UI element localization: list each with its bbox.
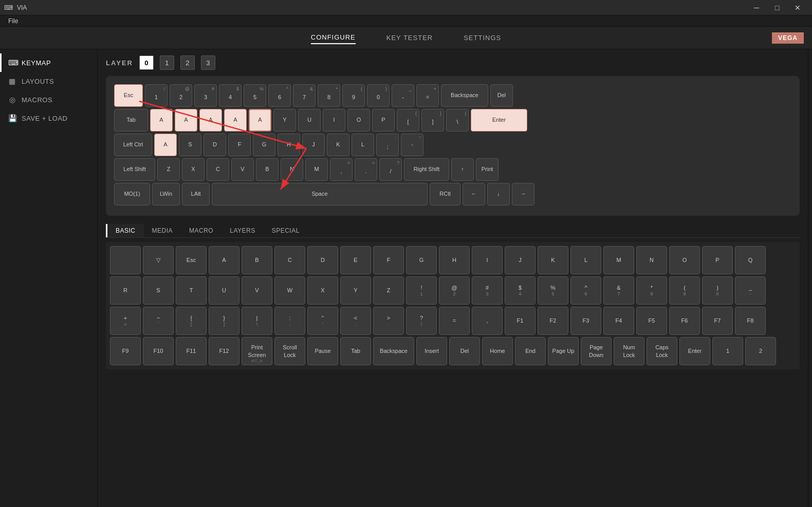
picker-key-trns[interactable]: ▽ [143,246,174,274]
key-0[interactable]: ) 0 [367,84,390,107]
picker-key-y[interactable]: Y [340,276,371,305]
key-o[interactable]: O [347,109,370,132]
sidebar-item-macros[interactable]: ◎ MACROS [0,90,97,109]
key-x[interactable]: X [182,158,205,181]
picker-key-e[interactable]: E [340,246,371,274]
key-left-ctrl[interactable]: Left Ctrl [114,134,152,156]
picker-key-t[interactable]: T [176,276,207,305]
picker-key-p[interactable]: P [702,246,733,274]
picker-key-rcurly[interactable]: }] [209,307,239,335]
key-period[interactable]: > . [355,158,377,181]
picker-key-m[interactable]: M [603,246,634,274]
picker-key-i[interactable]: I [472,246,503,274]
key-6[interactable]: ^ 6 [268,84,291,107]
key-2[interactable]: @ 2 [170,84,192,107]
menu-file[interactable]: File [4,16,22,26]
picker-key-f9[interactable]: F9 [110,337,141,365]
key-lbracket[interactable]: { [ [397,109,419,132]
key-5[interactable]: % 5 [244,84,266,107]
sidebar-item-keymap[interactable]: ⌨ KEYMAP [0,53,97,72]
key-j[interactable]: J [302,134,325,156]
key-w[interactable]: A [175,109,197,132]
key-1[interactable]: ! 1 [145,84,168,107]
picker-key-f[interactable]: F [373,246,404,274]
key-b[interactable]: B [256,158,279,181]
picker-key-end[interactable]: End [515,337,546,365]
picker-key-f6[interactable]: F6 [669,307,700,335]
picker-key-empty[interactable] [110,246,141,274]
key-del[interactable]: Del [490,84,513,107]
picker-key-backspace[interactable]: Backspace [373,337,414,365]
picker-key-dollar[interactable]: $4 [505,276,536,305]
key-equal[interactable]: + = [416,84,439,107]
picker-key-x[interactable]: X [307,276,338,305]
key-rbracket[interactable]: } ] [421,109,444,132]
picker-key-j[interactable]: J [505,246,536,274]
key-h[interactable]: H [278,134,300,156]
kp-tab-layers[interactable]: LAYERS [222,224,263,237]
key-right[interactable]: → [512,183,534,205]
key-left-shift[interactable]: Left Shift [114,158,155,181]
picker-key-f2[interactable]: F2 [538,307,568,335]
picker-key-percent[interactable]: %5 [538,276,568,305]
picker-key-plus[interactable]: += [110,307,141,335]
picker-key-l[interactable]: L [570,246,601,274]
key-q[interactable]: A [150,109,173,132]
picker-key-f3[interactable]: F3 [570,307,601,335]
key-left[interactable]: ← [463,183,485,205]
key-c[interactable]: C [207,158,229,181]
picker-key-esc[interactable]: Esc [176,246,207,274]
picker-key-qmark[interactable]: ?/ [406,307,437,335]
key-t[interactable]: A [249,109,271,132]
tab-settings[interactable]: SETTINGS [464,32,501,44]
picker-key-colon[interactable]: :; [274,307,305,335]
picker-key-f10[interactable]: F10 [143,337,174,365]
key-enter[interactable]: Enter [471,109,527,132]
picker-key-dquote[interactable]: "' [307,307,338,335]
sidebar-item-layouts[interactable]: ▦ LAYOUTS [0,72,97,90]
picker-key-caret[interactable]: ^6 [570,276,601,305]
picker-key-f7[interactable]: F7 [702,307,733,335]
picker-key-c[interactable]: C [274,246,305,274]
key-i[interactable]: I [323,109,345,132]
picker-key-f5[interactable]: F5 [636,307,667,335]
tab-key-tester[interactable]: KEY TESTER [386,32,433,44]
picker-key-enter[interactable]: Enter [679,337,710,365]
picker-key-insert[interactable]: Insert [416,337,447,365]
picker-key-under[interactable]: _- [735,276,766,305]
picker-key-scroll-lock[interactable]: ScrollLock [274,337,305,365]
picker-key-lparen[interactable]: (9 [669,276,700,305]
key-n[interactable]: N [281,158,303,181]
picker-key-g[interactable]: G [406,246,437,274]
key-3[interactable]: # 3 [194,84,217,107]
key-tab[interactable]: Tab [114,109,148,132]
layer-btn-3[interactable]: 3 [201,55,215,70]
picker-key-k[interactable]: K [538,246,568,274]
key-quote[interactable]: " ' [401,134,423,156]
picker-key-hash[interactable]: #3 [472,276,503,305]
picker-key-comma[interactable]: , [472,307,503,335]
picker-key-print-screen[interactable]: PrintScreen KC_A [242,337,272,365]
key-slash[interactable]: ? / [379,158,402,181]
key-print[interactable]: Print [476,158,499,181]
key-backslash[interactable]: | \ [446,109,469,132]
maximize-button[interactable]: □ [767,0,787,15]
picker-key-s[interactable]: S [143,276,174,305]
key-minus[interactable]: _ - [392,84,414,107]
key-d[interactable]: D [204,134,226,156]
key-9[interactable]: ( 9 [342,84,365,107]
key-right-shift[interactable]: Right Shift [404,158,449,181]
picker-key-lt[interactable]: <, [340,307,371,335]
picker-key-q[interactable]: Q [735,246,766,274]
picker-key-lcurly[interactable]: {[ [176,307,207,335]
picker-key-f4[interactable]: F4 [603,307,634,335]
key-g[interactable]: G [253,134,275,156]
picker-key-w[interactable]: W [274,276,305,305]
minimize-button[interactable]: ─ [746,0,767,15]
picker-key-at[interactable]: @2 [439,276,470,305]
key-4[interactable]: $ 4 [219,84,242,107]
key-space[interactable]: Space [212,183,428,205]
picker-key-o[interactable]: O [669,246,700,274]
picker-key-f11[interactable]: F11 [176,337,207,365]
kp-tab-special[interactable]: SPECIAL [264,224,308,237]
